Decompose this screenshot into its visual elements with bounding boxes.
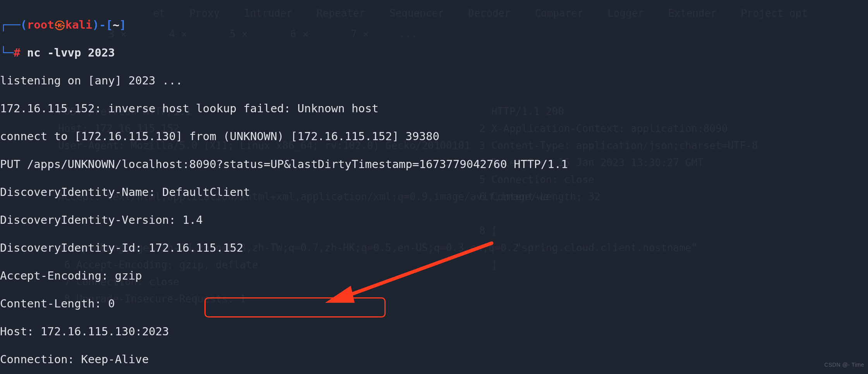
terminal[interactable]: ┌──(root㉿kali)-[~] └─# nc -lvvp 2023 lis… <box>0 0 868 374</box>
output-line-10: Host: 172.16.115.130:2023 <box>0 324 868 338</box>
prompt-hash: # <box>14 46 20 59</box>
prompt-path: ~ <box>113 18 119 31</box>
prompt-line-2: └─# nc -lvvp 2023 <box>0 46 868 60</box>
output-line-3: connect to [172.16.115.130] from (UNKNOW… <box>0 129 868 143</box>
output-line-4: PUT /apps/UNKNOWN/localhost:8090?status=… <box>0 157 868 171</box>
output-line-5: DiscoveryIdentity-Name: DefaultClient <box>0 185 868 199</box>
output-line-6: DiscoveryIdentity-Version: 1.4 <box>0 213 868 227</box>
prompt-line-1: ┌──(root㉿kali)-[~] <box>0 18 868 32</box>
output-line-9: Content-Length: 0 <box>0 297 868 311</box>
watermark: CSDN @- Time <box>824 358 864 372</box>
prompt-user: root <box>27 18 54 31</box>
prompt-bracket-open: ┌──( <box>0 18 27 31</box>
output-line-7: DiscoveryIdentity-Id: 172.16.115.152 <box>0 241 868 255</box>
prompt-bracket-mid: )-[ <box>93 18 113 31</box>
prompt-host: kali <box>65 18 93 31</box>
command-text: nc -lvvp 2023 <box>20 46 115 59</box>
output-line-11: Connection: Keep-Alive <box>0 352 868 366</box>
prompt-elbow: └─ <box>0 46 14 59</box>
output-line-2: 172.16.115.152: inverse host lookup fail… <box>0 101 868 115</box>
prompt-logo-icon: ㉿ <box>54 18 65 31</box>
output-line-1: listening on [any] 2023 ... <box>0 74 868 87</box>
output-line-8: Accept-Encoding: gzip <box>0 269 868 283</box>
prompt-bracket-close: ] <box>119 18 126 31</box>
